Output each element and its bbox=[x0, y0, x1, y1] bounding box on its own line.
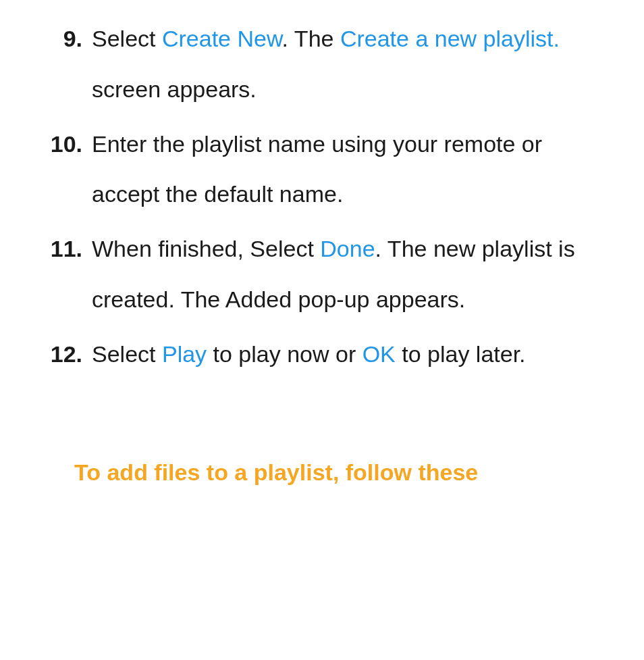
text-plain: . The bbox=[282, 26, 340, 51]
text-plain: to play later. bbox=[396, 341, 526, 367]
instruction-list: 9. Select Create New. The Create a new p… bbox=[41, 14, 603, 380]
text-plain: Select bbox=[92, 26, 162, 51]
step-9: 9. Select Create New. The Create a new p… bbox=[41, 14, 603, 115]
section-heading: To add files to a playlist, follow these bbox=[41, 447, 603, 498]
text-highlight-create-new: Create New bbox=[162, 26, 282, 51]
text-highlight-create-new-playlist: Create a new playlist. bbox=[340, 26, 560, 51]
text-highlight-ok: OK bbox=[363, 341, 396, 367]
step-number: 12. bbox=[41, 329, 92, 380]
step-12: 12. Select Play to play now or OK to pla… bbox=[41, 329, 603, 380]
step-number: 9. bbox=[41, 14, 92, 115]
step-number: 11. bbox=[41, 224, 92, 325]
step-content: Select Create New. The Create a new play… bbox=[92, 14, 603, 115]
text-plain: Enter the playlist name using your remot… bbox=[92, 131, 542, 207]
text-plain: Select bbox=[92, 341, 162, 367]
step-content: Enter the playlist name using your remot… bbox=[92, 119, 603, 220]
step-11: 11. When finished, Select Done. The new … bbox=[41, 224, 603, 325]
step-number: 10. bbox=[41, 119, 92, 220]
text-plain: When finished, Select bbox=[92, 236, 320, 261]
step-content: Select Play to play now or OK to play la… bbox=[92, 329, 603, 380]
step-10: 10. Enter the playlist name using your r… bbox=[41, 119, 603, 220]
text-plain: screen appears. bbox=[92, 76, 257, 102]
step-content: When finished, Select Done. The new play… bbox=[92, 224, 603, 325]
text-plain: to play now or bbox=[207, 341, 363, 367]
text-highlight-play: Play bbox=[162, 341, 207, 367]
text-highlight-done: Done bbox=[320, 236, 375, 261]
